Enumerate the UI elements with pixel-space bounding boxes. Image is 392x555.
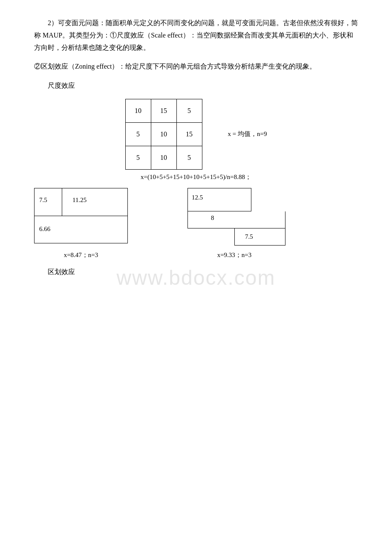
left-cell-tl: 7.5 (39, 197, 47, 204)
grid-cell: 5 (125, 122, 151, 146)
left-diagram-label: x=8.47；n=3 (34, 251, 128, 259)
grid-cell: 5 (176, 99, 202, 122)
grid-cell: 15 (151, 99, 176, 122)
left-cell-bl: 6.66 (39, 225, 50, 233)
formula-line: x=(10+5+5+15+10+10+5+15+5)/n=8.88； (34, 173, 358, 181)
grid-3x3-table: 10155510155105 (125, 99, 202, 170)
paragraph-2-text: ②区划效应（Zoning effect）：给定尺度下不同的单元组合方式导致分析结… (34, 63, 316, 70)
grid-cell: 10 (125, 99, 151, 122)
paragraph-2: ②区划效应（Zoning effect）：给定尺度下不同的单元组合方式导致分析结… (34, 61, 358, 73)
zoning-label: 区划效应 (34, 266, 358, 278)
right-diagram: 12.5 8 7.5 (187, 188, 285, 248)
right-diagram-label: x=9.33；n=3 (187, 251, 281, 259)
grid-area: 10155510155105 x = 均值，n=9 (34, 99, 358, 170)
right-cell-mid: 8 (211, 214, 214, 222)
grid-legend: x = 均值，n=9 (228, 130, 267, 138)
paragraph-1: 2）可变面元问题：随面积单元定义的不同而变化的问题，就是可变面元问题。古老但依然… (34, 17, 358, 54)
grid-cell: 5 (176, 146, 202, 169)
left-diagram: 7.5 11.25 6.66 (34, 188, 128, 243)
right-cell-bot: 7.5 (245, 233, 253, 240)
scale-label: 尺度效应 (34, 80, 358, 92)
grid-cell: 5 (125, 146, 151, 169)
right-cell-top: 12.5 (192, 194, 203, 201)
grid-cell: 10 (151, 146, 176, 169)
grid-cell: 10 (151, 122, 176, 146)
grid-cell: 15 (176, 122, 202, 146)
left-cell-tr: 11.25 (72, 197, 86, 204)
lower-labels: x=8.47；n=3 x=9.33；n=3 (34, 251, 358, 259)
lower-diagrams: 7.5 11.25 6.66 12.5 8 7.5 (34, 188, 358, 248)
